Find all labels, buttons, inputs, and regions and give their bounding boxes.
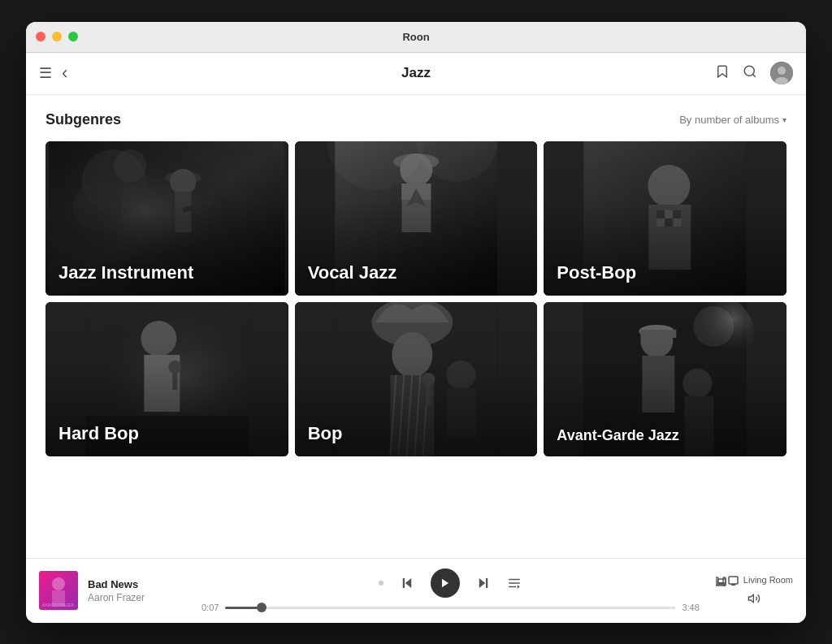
time-total: 3:48 xyxy=(682,603,699,612)
progress-bar[interactable] xyxy=(225,607,675,609)
genre-overlay: Bop xyxy=(295,302,538,456)
navbar: ☰ ‹ Jazz xyxy=(26,53,806,95)
time-current: 0:07 xyxy=(202,603,219,612)
genre-name-post-bop: Post-Bop xyxy=(557,262,636,283)
svg-rect-75 xyxy=(486,578,488,588)
genre-name-avant-garde: Avant-Garde Jazz xyxy=(557,427,678,445)
titlebar: Roon xyxy=(26,22,806,53)
maximize-button[interactable] xyxy=(68,32,78,41)
menu-icon[interactable]: ☰ xyxy=(39,66,52,80)
genre-card-avant-garde[interactable]: Avant-Garde Jazz xyxy=(544,302,786,456)
svg-point-2 xyxy=(778,67,786,75)
volume-button[interactable] xyxy=(746,592,762,608)
genre-overlay: Post-Bop xyxy=(544,141,786,296)
close-button[interactable] xyxy=(36,32,46,41)
back-button[interactable]: ‹ xyxy=(62,64,67,82)
genre-overlay: Avant-Garde Jazz xyxy=(544,302,786,456)
player-right-controls: Living Room xyxy=(716,573,793,608)
minimize-button[interactable] xyxy=(52,32,62,41)
bookmark-icon[interactable] xyxy=(715,64,730,83)
dot-indicator xyxy=(379,581,384,586)
genre-grid: Jazz Instrument xyxy=(46,141,786,456)
main-content: Subgenres By number of albums ▾ xyxy=(26,95,806,558)
genre-overlay: Hard Bop xyxy=(46,302,288,456)
player-track-info: Bad News Aaron Frazer xyxy=(88,578,185,603)
svg-rect-83 xyxy=(718,582,725,585)
album-art[interactable]: AARON FRAZER xyxy=(39,571,78,610)
search-icon[interactable] xyxy=(743,64,757,83)
track-name: Bad News xyxy=(88,578,185,590)
genre-card-hard-bop[interactable]: Hard Bop xyxy=(46,302,288,456)
genre-overlay: Vocal Jazz xyxy=(295,141,538,296)
room-label: Living Room xyxy=(743,575,793,586)
progress-row: 0:07 3:48 xyxy=(202,603,700,612)
traffic-lights xyxy=(36,32,78,41)
svg-marker-73 xyxy=(442,579,448,588)
genre-card-post-bop[interactable]: Post-Bop xyxy=(544,141,786,296)
svg-rect-84 xyxy=(729,577,738,584)
svg-point-68 xyxy=(52,577,65,590)
progress-thumb xyxy=(257,603,266,612)
genre-name-jazz-instrument: Jazz Instrument xyxy=(58,262,193,283)
avatar[interactable] xyxy=(770,62,793,84)
genre-name-hard-bop: Hard Bop xyxy=(58,423,139,444)
genre-name-bop: Bop xyxy=(308,423,343,444)
skip-back-button[interactable] xyxy=(400,576,414,590)
app-window: Roon ☰ ‹ Jazz xyxy=(26,22,806,623)
player-controls: 0:07 3:48 xyxy=(185,568,716,612)
section-header: Subgenres By number of albums ▾ xyxy=(46,111,786,128)
genre-name-vocal-jazz: Vocal Jazz xyxy=(308,262,397,283)
svg-marker-86 xyxy=(749,594,754,602)
genre-card-bop[interactable]: Bop xyxy=(295,302,538,456)
play-button[interactable] xyxy=(431,568,460,598)
queue-button[interactable] xyxy=(507,576,522,590)
sort-label: By number of albums xyxy=(679,114,779,126)
window-title: Roon xyxy=(402,31,429,43)
room-selector[interactable]: Living Room xyxy=(716,573,793,589)
subgenres-title: Subgenres xyxy=(46,111,121,128)
genre-card-jazz-instrument[interactable]: Jazz Instrument xyxy=(46,141,288,296)
svg-marker-74 xyxy=(479,578,486,588)
skip-forward-button[interactable] xyxy=(476,576,491,590)
svg-marker-79 xyxy=(518,585,520,589)
svg-marker-71 xyxy=(405,578,412,588)
sort-chevron-icon: ▾ xyxy=(782,115,786,124)
svg-rect-72 xyxy=(403,578,405,588)
page-title: Jazz xyxy=(401,65,431,80)
svg-text:AARON FRAZER: AARON FRAZER xyxy=(42,603,75,607)
playback-buttons xyxy=(379,568,522,598)
player-bar: AARON FRAZER Bad News Aaron Frazer xyxy=(26,558,806,623)
genre-overlay: Jazz Instrument xyxy=(46,141,288,296)
genre-card-vocal-jazz[interactable]: Vocal Jazz xyxy=(295,141,538,296)
sort-control[interactable]: By number of albums ▾ xyxy=(679,114,786,126)
artist-name: Aaron Frazer xyxy=(88,592,185,603)
svg-rect-85 xyxy=(731,584,735,586)
svg-point-0 xyxy=(744,66,754,76)
